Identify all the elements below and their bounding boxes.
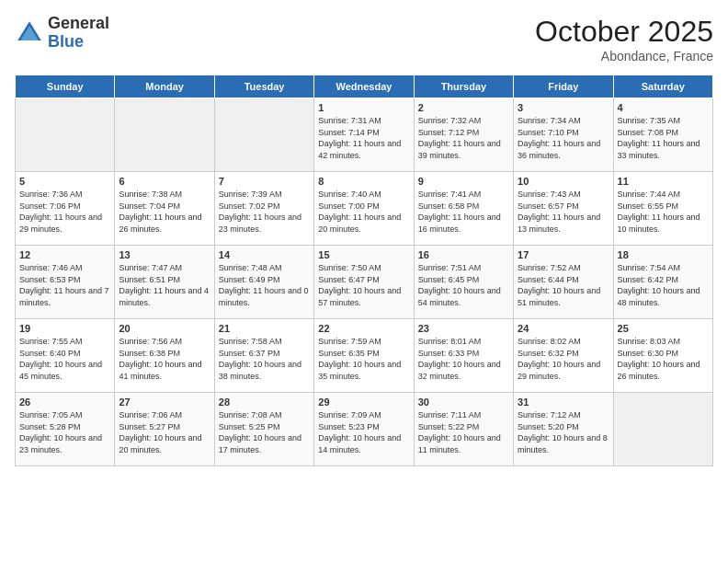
- day-number: 3: [518, 102, 609, 113]
- day-number: 2: [418, 102, 509, 113]
- calendar-cell: 4Sunrise: 7:35 AMSunset: 7:08 PMDaylight…: [613, 98, 712, 172]
- day-number: 9: [418, 176, 509, 187]
- day-number: 28: [219, 396, 310, 408]
- calendar-cell: 13Sunrise: 7:47 AMSunset: 6:51 PMDayligh…: [115, 246, 214, 319]
- cell-info: Sunrise: 7:41 AMSunset: 6:58 PMDaylight:…: [418, 189, 509, 235]
- day-number: 27: [119, 396, 210, 408]
- page-header: General Blue October 2025 Abondance, Fra…: [15, 15, 713, 63]
- cell-info: Sunrise: 7:48 AMSunset: 6:49 PMDaylight:…: [219, 262, 310, 308]
- calendar-cell: 17Sunrise: 7:52 AMSunset: 6:44 PMDayligh…: [514, 246, 613, 319]
- day-header-sunday: Sunday: [16, 75, 115, 98]
- day-header-wednesday: Wednesday: [314, 75, 414, 98]
- day-header-monday: Monday: [115, 75, 214, 98]
- cell-info: Sunrise: 7:55 AMSunset: 6:40 PMDaylight:…: [19, 336, 110, 382]
- day-number: 1: [318, 102, 409, 113]
- day-number: 7: [219, 176, 310, 187]
- day-number: 31: [518, 396, 609, 408]
- calendar-cell: 23Sunrise: 8:01 AMSunset: 6:33 PMDayligh…: [414, 319, 513, 393]
- logo-icon: [15, 18, 44, 48]
- calendar-cell: 12Sunrise: 7:46 AMSunset: 6:53 PMDayligh…: [16, 246, 115, 319]
- logo-general-text: General: [48, 15, 109, 33]
- calendar-cell: 16Sunrise: 7:51 AMSunset: 6:45 PMDayligh…: [414, 246, 513, 319]
- cell-info: Sunrise: 7:40 AMSunset: 7:00 PMDaylight:…: [318, 189, 409, 235]
- day-number: 24: [518, 323, 609, 334]
- calendar-week-5: 26Sunrise: 7:05 AMSunset: 5:28 PMDayligh…: [16, 393, 713, 466]
- day-number: 25: [618, 323, 709, 334]
- cell-info: Sunrise: 7:47 AMSunset: 6:51 PMDaylight:…: [119, 262, 210, 308]
- calendar-cell: 19Sunrise: 7:55 AMSunset: 6:40 PMDayligh…: [16, 319, 115, 393]
- calendar-cell: 14Sunrise: 7:48 AMSunset: 6:49 PMDayligh…: [214, 246, 313, 319]
- calendar-cell: 2Sunrise: 7:32 AMSunset: 7:12 PMDaylight…: [414, 98, 513, 172]
- cell-info: Sunrise: 7:51 AMSunset: 6:45 PMDaylight:…: [418, 262, 509, 308]
- day-number: 15: [318, 249, 409, 260]
- day-number: 17: [518, 249, 609, 260]
- calendar-table: SundayMondayTuesdayWednesdayThursdayFrid…: [15, 75, 713, 466]
- day-number: 8: [318, 176, 409, 187]
- day-number: 16: [418, 249, 509, 260]
- day-number: 23: [418, 323, 509, 334]
- day-number: 13: [119, 249, 210, 260]
- calendar-week-4: 19Sunrise: 7:55 AMSunset: 6:40 PMDayligh…: [16, 319, 713, 393]
- calendar-cell: 26Sunrise: 7:05 AMSunset: 5:28 PMDayligh…: [16, 393, 115, 466]
- calendar-cell: 10Sunrise: 7:43 AMSunset: 6:57 PMDayligh…: [514, 172, 613, 246]
- day-number: 19: [19, 323, 110, 334]
- cell-info: Sunrise: 7:05 AMSunset: 5:28 PMDaylight:…: [19, 409, 110, 455]
- calendar-cell: 11Sunrise: 7:44 AMSunset: 6:55 PMDayligh…: [613, 172, 712, 246]
- location-text: Abondance, France: [535, 49, 713, 63]
- calendar-cell: 15Sunrise: 7:50 AMSunset: 6:47 PMDayligh…: [314, 246, 414, 319]
- cell-info: Sunrise: 7:50 AMSunset: 6:47 PMDaylight:…: [318, 262, 409, 308]
- cell-info: Sunrise: 7:06 AMSunset: 5:27 PMDaylight:…: [119, 409, 210, 455]
- day-number: 12: [19, 249, 110, 260]
- calendar-cell: 30Sunrise: 7:11 AMSunset: 5:22 PMDayligh…: [414, 393, 513, 466]
- logo-blue-text: Blue: [48, 33, 109, 52]
- calendar-cell: 22Sunrise: 7:59 AMSunset: 6:35 PMDayligh…: [314, 319, 414, 393]
- cell-info: Sunrise: 7:43 AMSunset: 6:57 PMDaylight:…: [518, 189, 609, 235]
- month-title: October 2025: [535, 15, 713, 49]
- logo: General Blue: [15, 15, 109, 52]
- day-number: 26: [19, 396, 110, 408]
- day-number: 4: [618, 102, 709, 113]
- calendar-cell: 9Sunrise: 7:41 AMSunset: 6:58 PMDaylight…: [414, 172, 513, 246]
- calendar-cell: 27Sunrise: 7:06 AMSunset: 5:27 PMDayligh…: [115, 393, 214, 466]
- header-row: SundayMondayTuesdayWednesdayThursdayFrid…: [16, 75, 713, 98]
- calendar-cell: [613, 393, 712, 466]
- cell-info: Sunrise: 7:34 AMSunset: 7:10 PMDaylight:…: [518, 115, 609, 161]
- cell-info: Sunrise: 8:01 AMSunset: 6:33 PMDaylight:…: [418, 336, 509, 382]
- cell-info: Sunrise: 7:09 AMSunset: 5:23 PMDaylight:…: [318, 409, 409, 455]
- day-number: 11: [618, 176, 709, 187]
- cell-info: Sunrise: 7:54 AMSunset: 6:42 PMDaylight:…: [618, 262, 709, 308]
- calendar-cell: 18Sunrise: 7:54 AMSunset: 6:42 PMDayligh…: [613, 246, 712, 319]
- day-number: 22: [318, 323, 409, 334]
- calendar-cell: [16, 98, 115, 172]
- cell-info: Sunrise: 7:36 AMSunset: 7:06 PMDaylight:…: [19, 189, 110, 235]
- calendar-cell: 24Sunrise: 8:02 AMSunset: 6:32 PMDayligh…: [514, 319, 613, 393]
- cell-info: Sunrise: 8:03 AMSunset: 6:30 PMDaylight:…: [618, 336, 709, 382]
- calendar-week-1: 1Sunrise: 7:31 AMSunset: 7:14 PMDaylight…: [16, 98, 713, 172]
- day-header-tuesday: Tuesday: [214, 75, 313, 98]
- cell-info: Sunrise: 7:32 AMSunset: 7:12 PMDaylight:…: [418, 115, 509, 161]
- calendar-cell: 29Sunrise: 7:09 AMSunset: 5:23 PMDayligh…: [314, 393, 414, 466]
- day-number: 6: [119, 176, 210, 187]
- calendar-week-3: 12Sunrise: 7:46 AMSunset: 6:53 PMDayligh…: [16, 246, 713, 319]
- cell-info: Sunrise: 7:35 AMSunset: 7:08 PMDaylight:…: [618, 115, 709, 161]
- calendar-cell: [115, 98, 214, 172]
- calendar-cell: 6Sunrise: 7:38 AMSunset: 7:04 PMDaylight…: [115, 172, 214, 246]
- day-number: 14: [219, 249, 310, 260]
- day-header-saturday: Saturday: [613, 75, 712, 98]
- calendar-cell: [214, 98, 313, 172]
- calendar-cell: 20Sunrise: 7:56 AMSunset: 6:38 PMDayligh…: [115, 319, 214, 393]
- cell-info: Sunrise: 7:58 AMSunset: 6:37 PMDaylight:…: [219, 336, 310, 382]
- title-block: October 2025 Abondance, France: [535, 15, 713, 63]
- calendar-cell: 1Sunrise: 7:31 AMSunset: 7:14 PMDaylight…: [314, 98, 414, 172]
- calendar-cell: 8Sunrise: 7:40 AMSunset: 7:00 PMDaylight…: [314, 172, 414, 246]
- day-number: 29: [318, 396, 409, 408]
- cell-info: Sunrise: 8:02 AMSunset: 6:32 PMDaylight:…: [518, 336, 609, 382]
- calendar-cell: 25Sunrise: 8:03 AMSunset: 6:30 PMDayligh…: [613, 319, 712, 393]
- calendar-cell: 21Sunrise: 7:58 AMSunset: 6:37 PMDayligh…: [214, 319, 313, 393]
- cell-info: Sunrise: 7:11 AMSunset: 5:22 PMDaylight:…: [418, 409, 509, 455]
- calendar-cell: 31Sunrise: 7:12 AMSunset: 5:20 PMDayligh…: [514, 393, 613, 466]
- day-number: 18: [618, 249, 709, 260]
- cell-info: Sunrise: 7:39 AMSunset: 7:02 PMDaylight:…: [219, 189, 310, 235]
- cell-info: Sunrise: 7:46 AMSunset: 6:53 PMDaylight:…: [19, 262, 110, 308]
- calendar-cell: 5Sunrise: 7:36 AMSunset: 7:06 PMDaylight…: [16, 172, 115, 246]
